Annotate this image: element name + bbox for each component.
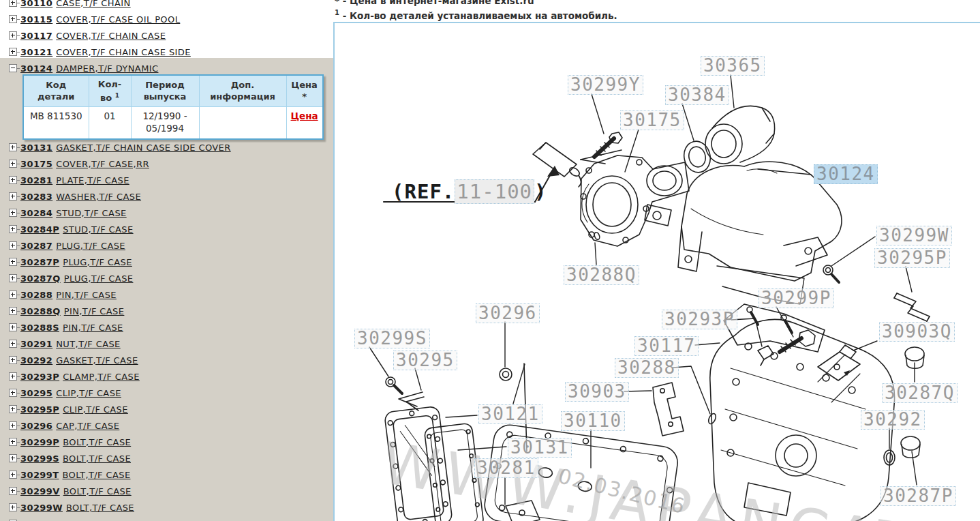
part-code-link[interactable]: 30293P — [20, 372, 59, 382]
diagram-part-label[interactable]: 30903Q — [879, 322, 955, 342]
diagram-part-label[interactable]: 30281 — [474, 458, 538, 478]
diagram-part-label[interactable]: 30288Q — [564, 265, 639, 285]
part-desc-link[interactable]: COVER,T/F CASE,RR — [56, 159, 149, 169]
part-code-link[interactable]: 30281 — [20, 175, 52, 185]
price-link[interactable]: Цена — [291, 110, 318, 121]
part-desc-link[interactable]: NUT,T/F CASE — [56, 339, 120, 349]
part-code-link[interactable]: 30288 — [20, 290, 52, 300]
expand-toggle-icon[interactable] — [9, 31, 17, 40]
expand-toggle-icon[interactable] — [9, 274, 17, 282]
part-code-link[interactable]: 30288Q — [20, 306, 61, 316]
part-desc-link[interactable]: BOLT,T/F CASE — [63, 470, 131, 480]
part-desc-link[interactable]: COVER,T/F CHAIN CASE — [56, 31, 166, 41]
part-code-link[interactable]: 30121 — [20, 47, 52, 57]
part-desc-link[interactable]: PIN,T/F CASE — [56, 290, 117, 300]
diagram-part-label[interactable]: 30110 — [561, 411, 625, 431]
diagram-part-label[interactable]: 30295 — [393, 351, 457, 370]
ref-number[interactable]: 11-100 — [455, 179, 534, 204]
part-desc-link[interactable]: BOLT,T/F CASE — [63, 486, 132, 496]
diagram-part-label[interactable]: 30121 — [478, 404, 542, 424]
part-desc-link[interactable]: CLAMP,T/F CASE — [63, 372, 140, 382]
diagram-part-label[interactable]: 30292 — [861, 410, 925, 430]
expand-toggle-icon[interactable] — [9, 176, 17, 184]
diagram-part-label[interactable]: 30384 — [665, 85, 729, 105]
diagram-part-label[interactable]: 30299W — [876, 226, 952, 245]
part-desc-link[interactable]: BOLT,T/F CASE — [63, 453, 131, 464]
expand-toggle-icon[interactable] — [9, 258, 17, 266]
part-code-link[interactable]: 30292 — [20, 355, 52, 366]
part-code-link[interactable]: 30291 — [20, 339, 52, 349]
expand-toggle-icon[interactable] — [9, 389, 17, 397]
diagram-part-label[interactable]: 30299P — [759, 288, 834, 308]
diagram-part-label[interactable]: 30117 — [634, 336, 699, 356]
expand-toggle-icon[interactable] — [9, 307, 17, 315]
part-code-link[interactable]: 30131 — [20, 143, 52, 153]
part-code-link[interactable]: 30295 — [20, 388, 52, 398]
part-code-link[interactable]: 30288S — [20, 323, 59, 333]
part-desc-link[interactable]: CLIP,T/F CASE — [63, 404, 128, 415]
expand-toggle-icon[interactable] — [9, 372, 17, 381]
part-code-link[interactable]: 30284P — [20, 224, 59, 235]
part-code-link[interactable]: 30110 — [20, 0, 52, 8]
part-code-link[interactable]: 30299S — [20, 453, 59, 464]
diagram-part-label[interactable]: 30299Y — [568, 75, 643, 95]
part-desc-link[interactable]: BOLT,T/F CASE — [66, 503, 134, 513]
expand-toggle-icon[interactable] — [9, 225, 17, 233]
collapse-toggle-icon[interactable] — [9, 64, 17, 72]
part-desc-link[interactable]: BOLT,T/F CASE — [63, 519, 131, 521]
part-desc-link[interactable]: PLATE,T/F CASE — [56, 175, 129, 185]
diagram-part-label[interactable]: 30288 — [615, 358, 679, 378]
diagram-part-label[interactable]: 30175 — [620, 110, 684, 130]
part-desc-link[interactable]: PLUG,T/F CASE — [64, 273, 134, 284]
part-desc-link[interactable]: PIN,T/F CASE — [63, 323, 123, 333]
expand-toggle-icon[interactable] — [9, 356, 17, 364]
part-desc-link[interactable]: BOLT,T/F CASE — [63, 437, 131, 447]
part-desc-link[interactable]: CAP,T/F CASE — [56, 421, 119, 431]
expand-toggle-icon[interactable] — [9, 160, 17, 168]
part-desc-link[interactable]: DAMPER,T/F DYNAMIC — [56, 63, 158, 74]
diagram-part-label[interactable]: 30287Q — [882, 383, 958, 403]
expand-toggle-icon[interactable] — [9, 340, 17, 348]
expand-toggle-icon[interactable] — [9, 487, 17, 495]
part-code-link[interactable]: 30283 — [20, 192, 52, 202]
expand-toggle-icon[interactable] — [9, 438, 17, 446]
diagram-part-label[interactable]: 30903 — [565, 382, 629, 402]
part-desc-link[interactable]: GASKET,T/F CASE — [56, 355, 138, 366]
diagram-part-label[interactable]: 30295P — [874, 248, 950, 268]
part-desc-link[interactable]: GASKET,T/F CHAIN CASE SIDE COVER — [56, 143, 230, 153]
diagram-part-label[interactable]: 30293P — [662, 310, 737, 329]
part-code-link[interactable]: 30115 — [20, 14, 52, 25]
diagram-part-label[interactable]: 30296 — [476, 303, 540, 323]
part-desc-link[interactable]: COVER,T/F CHAIN CASE SIDE — [56, 47, 191, 57]
expand-toggle-icon[interactable] — [9, 15, 17, 23]
part-code-link[interactable]: 30124 — [20, 63, 52, 74]
part-desc-link[interactable]: STUD,T/F CASE — [56, 208, 126, 218]
diagram-part-label[interactable]: 30131 — [508, 438, 572, 458]
diagram-part-label[interactable]: 30365 — [701, 56, 765, 76]
part-code-link[interactable]: 30299T — [20, 470, 59, 480]
part-desc-link[interactable]: STUD,T/F CASE — [63, 224, 133, 235]
part-code-link[interactable]: 30284 — [20, 208, 52, 218]
expand-toggle-icon[interactable] — [9, 405, 17, 413]
expand-toggle-icon[interactable] — [9, 0, 17, 7]
expand-toggle-icon[interactable] — [9, 471, 17, 479]
part-desc-link[interactable]: PLUG,T/F CASE — [56, 241, 125, 251]
expand-toggle-icon[interactable] — [9, 48, 17, 56]
part-code-link[interactable]: 30296 — [20, 421, 52, 431]
part-code-link[interactable]: 30299W — [20, 503, 63, 513]
diagram-part-label[interactable]: 30287P — [881, 486, 956, 506]
part-desc-link[interactable]: WASHER,T/F CASE — [56, 192, 141, 202]
part-code-link[interactable]: 30299V — [20, 486, 60, 496]
expand-toggle-icon[interactable] — [9, 421, 17, 430]
part-code-link[interactable]: 30175 — [20, 159, 52, 169]
expand-toggle-icon[interactable] — [9, 143, 17, 151]
expand-toggle-icon[interactable] — [9, 192, 17, 200]
part-code-link[interactable]: 30287 — [20, 241, 52, 251]
part-code-link[interactable]: 30287Q — [20, 273, 61, 284]
part-code-link[interactable]: 30299Y — [20, 519, 59, 521]
part-desc-link[interactable]: PIN,T/F CASE — [64, 306, 125, 316]
part-desc-link[interactable]: CLIP,T/F CASE — [56, 388, 121, 398]
expand-toggle-icon[interactable] — [9, 241, 17, 250]
expand-toggle-icon[interactable] — [9, 323, 17, 331]
expand-toggle-icon[interactable] — [9, 503, 17, 511]
